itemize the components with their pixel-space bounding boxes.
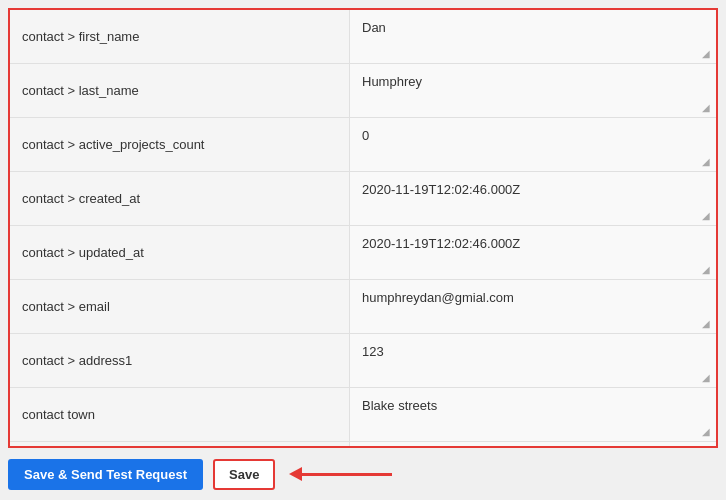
table-row: contact > address1◢: [10, 334, 716, 388]
save-send-button[interactable]: Save & Send Test Request: [8, 459, 203, 490]
field-label-0: contact > first_name: [10, 10, 350, 63]
field-label-2: contact > active_projects_count: [10, 118, 350, 171]
field-value-container-5: ◢: [350, 280, 716, 333]
field-input-1[interactable]: [350, 64, 716, 117]
field-label-7: contact town: [10, 388, 350, 441]
field-value-container-6: ◢: [350, 334, 716, 387]
field-value-container-2: ◢: [350, 118, 716, 171]
field-input-3[interactable]: [350, 172, 716, 225]
field-input-7[interactable]: [350, 388, 716, 441]
arrow-indicator: [289, 467, 392, 481]
field-value-container-4: ◢: [350, 226, 716, 279]
field-label-4: contact > updated_at: [10, 226, 350, 279]
field-input-6[interactable]: [350, 334, 716, 387]
table-row: contact > updated_at◢: [10, 226, 716, 280]
table-row: contact town◢: [10, 388, 716, 442]
field-label-1: contact > last_name: [10, 64, 350, 117]
field-input-5[interactable]: [350, 280, 716, 333]
main-container: contact > first_name◢contact > last_name…: [0, 0, 726, 448]
field-value-container-8: ◢: [350, 442, 716, 448]
table-row: contact > last_name◢: [10, 64, 716, 118]
field-input-0[interactable]: [350, 10, 716, 63]
field-value-container-7: ◢: [350, 388, 716, 441]
table-row: contact > email◢: [10, 280, 716, 334]
field-value-container-0: ◢: [350, 10, 716, 63]
field-label-3: contact > created_at: [10, 172, 350, 225]
table-row: contact > active_projects_count◢: [10, 118, 716, 172]
fields-wrapper: contact > first_name◢contact > last_name…: [8, 8, 718, 448]
table-row: contact > first_name◢: [10, 10, 716, 64]
field-label-8: contact > region: [10, 442, 350, 448]
field-label-6: contact > address1: [10, 334, 350, 387]
field-label-5: contact > email: [10, 280, 350, 333]
footer: Save & Send Test Request Save: [0, 448, 726, 500]
field-value-container-3: ◢: [350, 172, 716, 225]
field-input-4[interactable]: [350, 226, 716, 279]
field-input-2[interactable]: [350, 118, 716, 171]
table-row: contact > created_at◢: [10, 172, 716, 226]
save-button[interactable]: Save: [213, 459, 275, 490]
field-value-container-1: ◢: [350, 64, 716, 117]
field-input-8[interactable]: [350, 442, 716, 448]
table-row: contact > region◢: [10, 442, 716, 448]
